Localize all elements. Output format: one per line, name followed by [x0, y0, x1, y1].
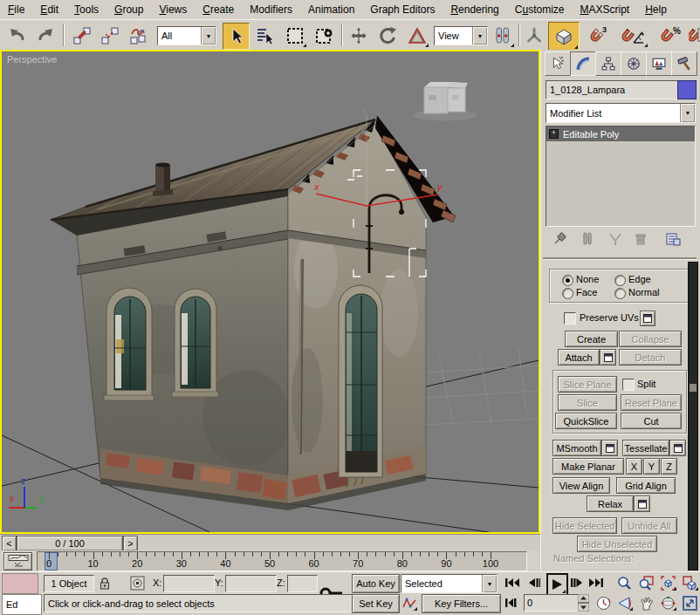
select-and-scale-button[interactable]	[404, 23, 429, 48]
radio-normal[interactable]	[614, 288, 626, 299]
zoom-button[interactable]	[615, 574, 634, 591]
play-animation-button[interactable]	[546, 573, 568, 596]
key-mode-toggle-button[interactable]	[503, 594, 522, 612]
cut-button[interactable]: Cut	[621, 413, 682, 429]
bind-to-spacewarp-button[interactable]	[126, 24, 150, 47]
spinner-snap-toggle-button[interactable]	[689, 23, 700, 48]
frame-spinner[interactable]	[578, 594, 589, 612]
select-and-rotate-button[interactable]	[375, 23, 401, 48]
show-end-result-button[interactable]	[576, 229, 599, 249]
dropdown-arrow-icon[interactable]: ▼	[201, 27, 216, 44]
next-frame-button[interactable]	[567, 574, 585, 591]
redo-button[interactable]	[33, 24, 57, 47]
zoom-extents-button[interactable]	[659, 574, 677, 591]
select-and-move-button[interactable]	[346, 23, 371, 48]
attach-settings-button[interactable]	[600, 349, 616, 366]
select-by-name-button[interactable]	[252, 23, 278, 48]
stack-row-editable-poly[interactable]: + Editable Poly	[546, 126, 695, 141]
snaps-toggle-button[interactable]	[548, 22, 580, 51]
use-pivot-point-center-button[interactable]	[490, 23, 515, 48]
selection-lock-toggle[interactable]	[96, 575, 113, 591]
tab-modify[interactable]	[570, 51, 596, 76]
perspective-viewport[interactable]: x y z x y z Perspective	[0, 50, 540, 534]
arc-rotate-button[interactable]	[659, 594, 677, 612]
viewport-label[interactable]: Perspective	[7, 54, 57, 65]
time-configuration-button[interactable]	[594, 594, 613, 612]
tessellate-button[interactable]: Tessellate	[622, 440, 669, 456]
select-and-manipulate-button[interactable]	[522, 23, 546, 48]
radio-none[interactable]	[562, 275, 573, 286]
zoom-all-button[interactable]	[637, 574, 655, 591]
z-coord-input[interactable]	[287, 575, 318, 592]
attach-button[interactable]: Attach	[558, 349, 600, 366]
auto-key-button[interactable]: Auto Key	[352, 574, 400, 593]
dropdown-arrow-icon[interactable]: ▼	[472, 27, 487, 44]
background-box-objects[interactable]	[413, 82, 477, 121]
modifier-list-dropdown[interactable]: Modifier List ▼	[546, 103, 696, 123]
unlink-selection-button[interactable]	[98, 24, 122, 47]
make-planar-button[interactable]: Make Planar	[552, 458, 624, 475]
split-checkbox[interactable]	[622, 379, 635, 391]
rollout-scrollbar[interactable]	[688, 262, 698, 571]
zoom-extents-all-button[interactable]	[681, 574, 699, 591]
maxscript-macro-recorder-pane[interactable]	[2, 573, 38, 594]
absolute-offset-mode-toggle[interactable]	[127, 575, 147, 591]
menu-rendering[interactable]: Rendering	[443, 1, 506, 18]
menu-file[interactable]: File	[0, 1, 32, 18]
menu-customize[interactable]: Customize	[507, 1, 573, 18]
menu-group[interactable]: Group	[106, 1, 151, 18]
make-planar-x-button[interactable]: X	[626, 458, 642, 475]
menu-help[interactable]: Help	[637, 1, 675, 18]
go-to-end-button[interactable]	[587, 574, 606, 591]
set-key-button[interactable]: Set Key	[352, 594, 400, 613]
frame-forward-button[interactable]: >	[123, 536, 138, 551]
configure-modifier-sets-button[interactable]	[662, 229, 684, 249]
field-of-view-button[interactable]	[615, 594, 634, 612]
create-button[interactable]: Create	[565, 331, 618, 347]
key-filter-dropdown[interactable]: Selected ▼	[401, 574, 498, 593]
undo-button[interactable]	[5, 24, 29, 47]
relax-settings-button[interactable]	[634, 495, 650, 512]
selection-filter-dropdown[interactable]: All ▼	[157, 26, 216, 45]
track-bar-ruler[interactable]: 0102030405060708090100	[37, 551, 527, 571]
go-to-start-button[interactable]	[503, 574, 522, 591]
make-planar-z-button[interactable]: Z	[661, 458, 677, 475]
house-model[interactable]	[51, 116, 456, 510]
msmooth-settings-button[interactable]	[601, 440, 618, 456]
remove-modifier-button[interactable]	[629, 229, 652, 249]
menu-edit[interactable]: Edit	[32, 1, 66, 18]
relax-button[interactable]: Relax	[587, 495, 634, 512]
expand-icon[interactable]: +	[549, 129, 559, 139]
preserve-uvs-settings-button[interactable]	[640, 311, 655, 326]
menu-animation[interactable]: Animation	[300, 1, 362, 18]
dropdown-arrow-icon[interactable]: ▼	[680, 104, 695, 122]
open-mini-curve-editor-button[interactable]	[3, 552, 32, 571]
default-in-out-tangents-button[interactable]	[401, 594, 418, 612]
make-unique-button[interactable]	[604, 229, 627, 249]
menu-modifiers[interactable]: Modifiers	[242, 1, 300, 18]
menu-create[interactable]: Create	[195, 1, 242, 18]
preserve-uvs-checkbox[interactable]	[564, 312, 576, 325]
menu-tools[interactable]: Tools	[66, 1, 106, 18]
grid-align-button[interactable]: Grid Align	[616, 477, 676, 494]
snap-3d-toggle-button[interactable]: 3	[583, 23, 611, 48]
dropdown-arrow-icon[interactable]: ▼	[482, 575, 497, 592]
maximize-viewport-toggle[interactable]	[681, 594, 699, 612]
maxscript-mini-listener[interactable]: Ed	[2, 594, 42, 615]
tab-display[interactable]	[646, 51, 672, 76]
percent-snap-toggle-button[interactable]: %	[655, 23, 686, 48]
menu-graph-editors[interactable]: Graph Editors	[362, 1, 443, 18]
msmooth-button[interactable]: MSmooth	[552, 440, 601, 456]
view-align-button[interactable]: View Align	[552, 477, 610, 494]
radio-face[interactable]	[562, 288, 573, 299]
tessellate-settings-button[interactable]	[669, 440, 686, 456]
tab-hierarchy[interactable]	[595, 51, 621, 76]
object-color-swatch[interactable]	[677, 80, 697, 99]
make-planar-y-button[interactable]: Y	[643, 458, 660, 475]
tab-utilities[interactable]	[671, 51, 697, 76]
frame-back-button[interactable]: <	[2, 536, 17, 551]
y-coord-input[interactable]	[225, 575, 277, 592]
quickslice-button[interactable]: QuickSlice	[555, 413, 617, 429]
radio-edge[interactable]	[614, 275, 626, 286]
modifier-stack[interactable]: + Editable Poly	[546, 126, 696, 227]
